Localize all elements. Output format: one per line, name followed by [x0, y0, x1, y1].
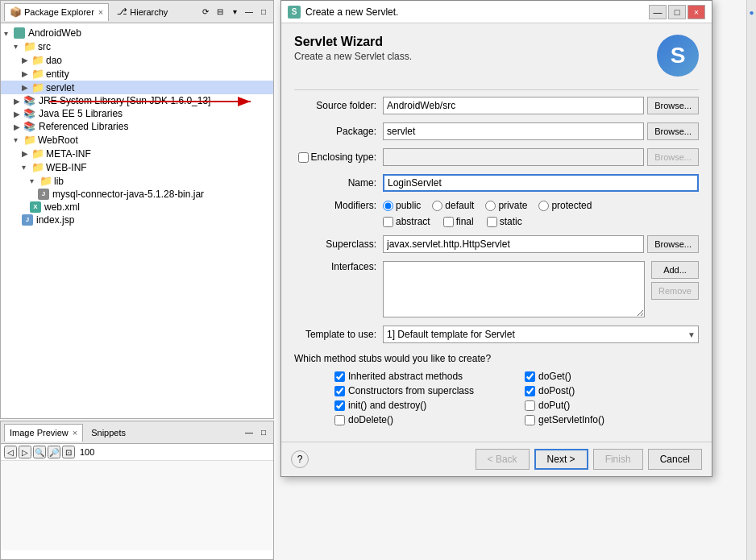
- tree-label-javaee: Java EE 5 Libraries: [39, 108, 123, 119]
- stub-doput-checkbox[interactable]: [525, 400, 535, 411]
- interfaces-add-btn[interactable]: Add...: [651, 261, 699, 279]
- tree-item-metainf[interactable]: ▶ 📁 META-INF: [1, 147, 273, 160]
- modifier-default[interactable]: default: [432, 200, 474, 211]
- folder-icon-webroot: 📁: [23, 134, 36, 146]
- modifier-protected-radio[interactable]: [538, 201, 549, 211]
- stub-inherited-checkbox[interactable]: [334, 371, 345, 382]
- modifier-private[interactable]: private: [485, 200, 527, 211]
- tree-label-androidweb: AndroidWeb: [28, 27, 81, 39]
- dialog-close-btn[interactable]: ×: [687, 5, 705, 19]
- stub-inherited[interactable]: Inherited abstract methods: [334, 371, 509, 382]
- arrow-webinf: ▾: [22, 163, 30, 172]
- toolbar-btn-min[interactable]: —: [243, 6, 255, 19]
- toolbar-btn-preview-min[interactable]: —: [243, 426, 255, 439]
- interfaces-remove-btn[interactable]: Remove: [651, 282, 699, 300]
- package-explorer-tab[interactable]: 📦 Package Explorer ×: [4, 3, 109, 21]
- preview-btn-zoomin[interactable]: 🔍: [33, 446, 46, 458]
- modifier-abstract[interactable]: abstract: [383, 216, 430, 227]
- source-folder-input[interactable]: [383, 97, 644, 114]
- modifier-public[interactable]: public: [383, 200, 421, 211]
- project-icon-androidweb: [14, 27, 25, 39]
- enclosing-type-checkbox[interactable]: [298, 152, 309, 163]
- close-icon-preview[interactable]: ×: [73, 428, 77, 438]
- stub-init[interactable]: init() and destroy(): [334, 400, 509, 411]
- modifier-static[interactable]: static: [487, 216, 522, 227]
- preview-btn-zoomout[interactable]: 🔎: [48, 446, 60, 458]
- superclass-input[interactable]: [383, 235, 644, 253]
- stub-dopost-checkbox[interactable]: [525, 386, 535, 396]
- tree-item-dao[interactable]: ▶ 📁 dao: [1, 53, 273, 67]
- tree-item-servlet[interactable]: ▶ 📁 servlet: [1, 81, 273, 94]
- toolbar-btn-sync[interactable]: ⟳: [199, 6, 212, 19]
- interfaces-input[interactable]: [383, 261, 645, 317]
- modifier-public-radio[interactable]: [383, 201, 393, 211]
- tree-label-metainf: META-INF: [46, 148, 91, 160]
- tree-label-mysql: mysql-connector-java-5.1.28-bin.jar: [52, 189, 204, 200]
- preview-btn-forward[interactable]: ▷: [19, 446, 31, 458]
- dialog-minimize-btn[interactable]: —: [649, 5, 667, 19]
- package-browse-btn[interactable]: Browse...: [647, 122, 699, 140]
- tree-item-jre[interactable]: ▶ 📚 JRE System Library [Sun JDK 1.6.0_13…: [1, 94, 273, 107]
- name-input[interactable]: [383, 174, 699, 192]
- stub-constructors[interactable]: Constructors from superclass: [334, 385, 509, 396]
- stub-init-checkbox[interactable]: [334, 400, 345, 411]
- tree-item-entity[interactable]: ▶ 📁 entity: [1, 67, 273, 81]
- modifier-private-label: private: [498, 200, 527, 211]
- back-btn[interactable]: < Back: [476, 449, 530, 470]
- jar-icon-mysql: J: [38, 189, 49, 200]
- toolbar-btn-preview-max[interactable]: □: [257, 426, 270, 439]
- modifier-final[interactable]: final: [443, 216, 474, 227]
- stub-doget[interactable]: doGet(): [525, 371, 699, 382]
- dialog-controls: — □ ×: [649, 5, 705, 19]
- tree-item-indexjsp[interactable]: J index.jsp: [1, 214, 273, 226]
- modifier-private-radio[interactable]: [485, 201, 496, 211]
- toolbar-btn-max[interactable]: □: [257, 6, 270, 19]
- modifier-protected[interactable]: protected: [538, 200, 592, 211]
- modifier-default-radio[interactable]: [432, 201, 442, 211]
- next-btn[interactable]: Next >: [534, 449, 588, 470]
- close-icon[interactable]: ×: [98, 7, 103, 17]
- preview-btn-back[interactable]: ◁: [4, 446, 17, 458]
- tree-item-webinf[interactable]: ▾ 📁 WEB-INF: [1, 160, 273, 174]
- stub-dopost[interactable]: doPost(): [525, 385, 699, 396]
- dialog-footer: ? < Back Next > Finish Cancel: [281, 442, 712, 476]
- help-btn[interactable]: ?: [291, 450, 309, 468]
- package-input[interactable]: [383, 122, 644, 140]
- cancel-btn[interactable]: Cancel: [648, 449, 702, 470]
- hierarchy-tab[interactable]: ⎇ Hierarchy: [112, 3, 172, 21]
- dialog-maximize-btn[interactable]: □: [668, 5, 686, 19]
- wizard-divider: [294, 89, 699, 90]
- superclass-browse-btn[interactable]: Browse...: [647, 235, 699, 253]
- stub-getservletinfo[interactable]: getServletInfo(): [525, 414, 699, 425]
- tree-item-reflibs[interactable]: ▶ 📚 Referenced Libraries: [1, 120, 273, 133]
- abstract-checkbox[interactable]: [383, 217, 393, 227]
- tree-item-src[interactable]: ▾ 📁 src: [1, 39, 273, 53]
- toolbar-btn-collapse[interactable]: ⊟: [214, 6, 226, 19]
- stub-doput[interactable]: doPut(): [525, 400, 699, 411]
- stub-doget-checkbox[interactable]: [525, 371, 535, 382]
- tree-item-webxml[interactable]: X web.xml: [1, 201, 273, 214]
- finish-btn[interactable]: Finish: [593, 449, 643, 470]
- static-checkbox[interactable]: [487, 217, 497, 227]
- image-preview-tab[interactable]: Image Preview ×: [4, 424, 83, 442]
- tree-item-androidweb[interactable]: ▾ AndroidWeb: [1, 27, 273, 39]
- tree-item-lib[interactable]: ▾ 📁 lib: [1, 174, 273, 188]
- tree-item-webroot[interactable]: ▾ 📁 WebRoot: [1, 133, 273, 147]
- toolbar-btn-menu[interactable]: ▾: [228, 6, 241, 19]
- enclosing-type-browse-btn[interactable]: Browse...: [647, 148, 699, 166]
- snippets-tab[interactable]: Snippets: [86, 424, 131, 442]
- preview-btn-fit[interactable]: ⊡: [62, 446, 75, 458]
- template-select[interactable]: 1] Default template for Servlet: [383, 326, 699, 343]
- tree-item-mysql[interactable]: J mysql-connector-java-5.1.28-bin.jar: [1, 188, 273, 201]
- tree-item-javaee[interactable]: ▶ 📚 Java EE 5 Libraries: [1, 107, 273, 120]
- final-checkbox[interactable]: [443, 217, 454, 227]
- stub-dodelete[interactable]: doDelete(): [334, 414, 509, 425]
- tree-label-reflibs: Referenced Libraries: [39, 121, 128, 132]
- enclosing-type-input[interactable]: [383, 148, 644, 166]
- wizard-subtitle: Create a new Servlet class.: [294, 51, 412, 62]
- stub-getservletinfo-checkbox[interactable]: [525, 415, 535, 425]
- source-folder-browse-btn[interactable]: Browse...: [647, 97, 699, 114]
- abstract-label: abstract: [396, 216, 430, 227]
- stub-constructors-checkbox[interactable]: [334, 386, 345, 396]
- stub-dodelete-checkbox[interactable]: [334, 415, 345, 425]
